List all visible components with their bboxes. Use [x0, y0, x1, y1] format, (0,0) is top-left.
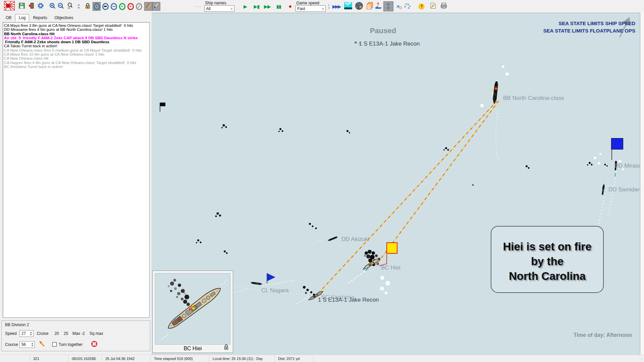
lock-button[interactable] — [84, 2, 92, 11]
log-entry: CA Maya fires 10 8in guns at CA New Orle… — [4, 52, 149, 56]
fast-forward-icon: ▶▶ — [264, 4, 271, 9]
status-bar: 321 0810S 16328E 25 Jul 04:36 1942 Time … — [0, 355, 644, 362]
speed-stepper: ∧ ∨ — [328, 4, 330, 9]
save-button[interactable] — [18, 2, 26, 11]
unit-label-dd-mirasame[interactable]: DD Mirasame — [614, 163, 640, 169]
record-button[interactable]: ● — [286, 2, 294, 11]
inspector-lock-icon[interactable] — [224, 344, 229, 351]
status-time-elapsed: Time elapsed 516 (600) — [151, 355, 210, 362]
time-compression-button[interactable]: ▶▶▶ — [331, 2, 342, 11]
unit-label-bb-north-carolina[interactable]: BB North Carolina-class — [503, 95, 564, 102]
tab-objectives[interactable]: Objectives — [51, 14, 77, 21]
ship-info-button[interactable]: ? — [374, 2, 382, 11]
game-speed-select[interactable]: Fast ∨ — [296, 5, 326, 12]
reports-button[interactable] — [366, 2, 374, 11]
notes-button[interactable] — [429, 2, 437, 11]
map-scroll-strip[interactable] — [640, 13, 644, 355]
air-operations-button[interactable]: ✈ ✈ — [383, 1, 393, 11]
unit-label-dd-samidare[interactable]: DD Samidare — [608, 186, 640, 193]
max-label: Max -2 — [72, 331, 85, 336]
ship-names-select[interactable]: All ∨ — [204, 5, 234, 12]
turn-together-checkbox[interactable] — [52, 342, 57, 347]
notepad-icon — [430, 2, 436, 10]
status-position: 0810S 16328E — [69, 355, 102, 362]
speed-stepper-input[interactable]: 27 ▲ ▼ — [19, 330, 34, 337]
view-contact-button[interactable] — [93, 2, 101, 11]
speed-down-button[interactable]: ∨ — [328, 6, 330, 9]
save-icon — [19, 3, 25, 10]
unit-bb-north-carolina-sprite[interactable] — [489, 79, 499, 104]
tab-ob[interactable]: OB — [2, 14, 15, 21]
pause-icon: ▮▮ — [276, 4, 281, 9]
toolbar: xs ✈ ✈ ✈ — [0, 0, 644, 13]
course-down-arrow[interactable]: ▼ — [31, 345, 34, 347]
print-button[interactable] — [440, 2, 448, 11]
division-flag-square[interactable] — [611, 138, 623, 149]
shell-lines-button[interactable] — [144, 2, 152, 11]
ship-inspector-viewport — [155, 273, 230, 345]
speed-up-arrow[interactable]: ▲ — [30, 331, 32, 334]
world-map-button[interactable] — [354, 2, 364, 11]
map-canvas[interactable]: ✈ ✈ Paused SEA STATE LIMITS SHIP SPEED S… — [152, 13, 640, 355]
unit-dd-akizuki-sprite[interactable] — [327, 236, 338, 242]
speed-label: Speed — [5, 331, 17, 336]
twin-planes-icon: ✈ ✈ — [386, 3, 390, 10]
inspector-ship-name: BC Hiei — [183, 346, 202, 352]
unit-label-jake-recon-bottom[interactable]: 1 S E13A-1 Jake Recon — [318, 297, 379, 303]
max-speed-value: 25 — [64, 331, 68, 336]
draw-button[interactable] — [152, 2, 160, 11]
zoom-extents-button[interactable]: xs — [66, 2, 74, 11]
globe-icon — [355, 2, 363, 11]
view-green-contact-button[interactable] — [118, 2, 126, 11]
zoom-in-icon — [49, 3, 56, 10]
formation-target-icon[interactable] — [91, 340, 98, 349]
svg-text:✈: ✈ — [354, 40, 358, 45]
division-panel: BB Division 2 Speed 27 ▲ ▼ Cruise 20 25 … — [1, 320, 150, 351]
weather-button[interactable] — [343, 2, 353, 11]
fast-forward-button[interactable]: ▶▶ — [263, 2, 271, 11]
zoom-in-button[interactable] — [48, 2, 56, 11]
course-stepper-input[interactable]: 56 ▲ ▼ — [19, 341, 35, 348]
course-up-arrow[interactable]: ▲ — [31, 342, 34, 345]
status-bearing: 321 — [30, 355, 69, 362]
resize-grip[interactable]: ⋰ — [640, 358, 643, 361]
tab-log[interactable]: Log — [15, 14, 29, 21]
air-search-button[interactable]: ✈ ✈ ✈ ✕ ✕ — [403, 2, 412, 11]
pause-button[interactable]: ▮▮ — [275, 2, 283, 11]
view-compass-button[interactable] — [135, 2, 143, 11]
combat-log[interactable]: CA Maya fires 3 8in guns at CA New Orlea… — [3, 22, 150, 318]
ship-inspector[interactable]: BC Hiei — [152, 270, 233, 353]
settings-button[interactable] — [37, 2, 45, 11]
unit-label-bc-hiei[interactable]: BC Hiei — [381, 264, 400, 271]
view-ship-button[interactable] — [101, 2, 109, 11]
status-date: 25 Jul 04:36 1942 — [102, 355, 151, 362]
log-entry: CA New Orleans-class fires 6 medium guns… — [4, 48, 149, 52]
conditions-panel: Time of day: Afternoon Weather: Cloudy W… — [574, 316, 640, 355]
magnifier-xs-icon: xs — [67, 3, 73, 10]
unit-label-jake-recon-top[interactable]: 1 S E13A-1 Jake Recon — [359, 41, 420, 47]
tab-bar: OB Log Reports Objectives — [2, 14, 152, 21]
unit-cl-nagara-sprite[interactable] — [250, 282, 262, 285]
speed-value: 27 — [20, 331, 29, 336]
unit-label-dd-akizuki[interactable]: DD Akizuki — [341, 236, 369, 243]
play-button[interactable]: ▶ — [241, 2, 249, 11]
unit-dd-samidare-sprite[interactable] — [601, 183, 605, 195]
course-row: Course 56 ▲ ▼ Turn together — [5, 340, 98, 349]
exit-button[interactable] — [27, 2, 35, 11]
ship-names-label: Ship names — [204, 1, 234, 5]
speed-down-arrow[interactable]: ▼ — [30, 334, 32, 336]
division-flag-black[interactable] — [160, 103, 165, 106]
air-mission-button[interactable]: ✈ — [394, 2, 402, 11]
view-air-button[interactable]: ✈ — [126, 2, 135, 11]
step-button[interactable]: ▶▮ — [253, 2, 261, 11]
speed-row: Speed 27 ▲ ▼ Cruise 20 25 Max -2 Sq max — [5, 330, 103, 337]
rising-sun-flag-icon — [4, 1, 15, 12]
help-button[interactable]: ? — [418, 2, 426, 11]
zoom-out-button[interactable] — [57, 2, 65, 11]
circle-green-dot-icon — [119, 3, 125, 10]
air-transfer-button[interactable]: ✈ ✈ — [75, 2, 83, 11]
view-range-button[interactable] — [110, 2, 118, 11]
selected-unit-marker[interactable] — [386, 242, 397, 254]
tab-reports[interactable]: Reports — [29, 14, 51, 21]
unit-label-cl-nagara[interactable]: CL Nagara — [261, 287, 289, 294]
